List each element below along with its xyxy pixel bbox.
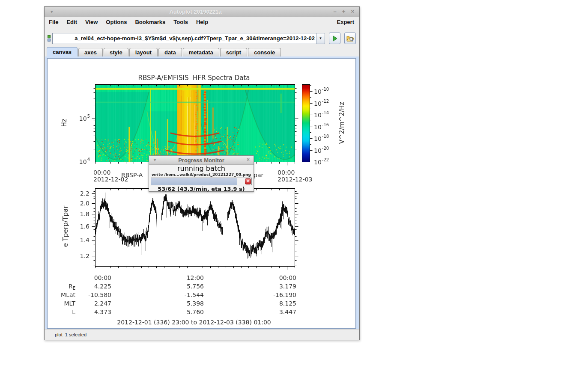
status-bar: plot_1 selected xyxy=(45,329,359,340)
progress-bar: × xyxy=(151,178,252,185)
progress-task-label: running batch xyxy=(149,165,254,172)
tab-console[interactable]: console xyxy=(248,48,281,56)
autoplot-window: ▾ Autoplot 20190221a – + × File Edit Vie… xyxy=(44,6,360,340)
minimize-icon[interactable]: – xyxy=(334,8,337,15)
plot-element-icon xyxy=(48,35,51,38)
menu-options[interactable]: Options xyxy=(106,19,127,25)
progress-detail-label: write /hom...walk3/product_20121227_00.p… xyxy=(149,172,254,177)
menubar: File Edit View Options Bookmarks Tools H… xyxy=(45,17,359,27)
menu-edit[interactable]: Edit xyxy=(66,19,77,25)
progress-count-label: 53/62 (43.3/min, eta 13.9 s) xyxy=(149,186,254,193)
cancel-button[interactable]: × xyxy=(245,178,251,184)
maximize-icon[interactable]: + xyxy=(342,8,346,15)
tab-script[interactable]: script xyxy=(220,48,247,56)
open-file-button[interactable] xyxy=(344,33,356,44)
uri-type-icons xyxy=(46,35,52,42)
tab-data[interactable]: data xyxy=(158,48,182,56)
tab-bar: canvas axes style layout data metadata s… xyxy=(47,48,357,56)
progress-fill xyxy=(151,178,237,185)
data-source-icon xyxy=(48,39,51,42)
dialog-menu-icon[interactable]: ▾ xyxy=(154,157,156,162)
progress-dialog-title: Progress Monitor xyxy=(178,157,224,163)
dialog-close-icon[interactable]: × xyxy=(247,157,250,163)
window-menu-icon[interactable]: ▾ xyxy=(51,9,53,15)
plot-canvas[interactable] xyxy=(48,59,355,328)
cancel-icon: × xyxy=(247,179,249,184)
desktop: ▾ Autoplot 20190221a – + × File Edit Vie… xyxy=(0,0,576,392)
status-text: plot_1 selected xyxy=(55,332,87,337)
tab-metadata[interactable]: metadata xyxy=(183,48,219,56)
progress-dialog-titlebar[interactable]: ▾ Progress Monitor × xyxy=(149,156,254,165)
expert-mode-label[interactable]: Expert xyxy=(337,19,354,25)
tab-layout[interactable]: layout xyxy=(129,48,158,56)
window-titlebar[interactable]: ▾ Autoplot 20190221a – + × xyxy=(45,7,359,17)
window-title: Autoplot 20190221a xyxy=(70,9,321,15)
uri-bar-row: a_rel04_ect-hope-mom-l3_$Y$m$d_v$(v,sep)… xyxy=(45,31,359,45)
tab-style[interactable]: style xyxy=(104,48,128,56)
uri-dropdown-button[interactable]: ▼ xyxy=(316,33,325,44)
menu-help[interactable]: Help xyxy=(196,19,208,25)
uri-input[interactable]: a_rel04_ect-hope-mom-l3_$Y$m$d_v$(v,sep)… xyxy=(53,33,316,44)
uri-combobox[interactable]: a_rel04_ect-hope-mom-l3_$Y$m$d_v$(v,sep)… xyxy=(52,33,325,44)
plot-canvas-frame xyxy=(47,58,356,329)
progress-monitor-dialog[interactable]: ▾ Progress Monitor × running batch write… xyxy=(149,155,254,192)
menu-bookmarks[interactable]: Bookmarks xyxy=(135,19,165,25)
plot-go-button[interactable] xyxy=(329,33,340,44)
close-icon[interactable]: × xyxy=(351,8,354,15)
menu-file[interactable]: File xyxy=(49,19,58,25)
folder-search-icon xyxy=(346,35,354,42)
tab-axes[interactable]: axes xyxy=(78,48,103,56)
tab-canvas[interactable]: canvas xyxy=(47,47,78,56)
play-icon xyxy=(331,35,338,42)
menu-tools[interactable]: Tools xyxy=(173,19,188,25)
canvas-tab-panel xyxy=(45,56,359,329)
chevron-down-icon: ▼ xyxy=(319,36,322,40)
menu-view[interactable]: View xyxy=(85,19,98,25)
